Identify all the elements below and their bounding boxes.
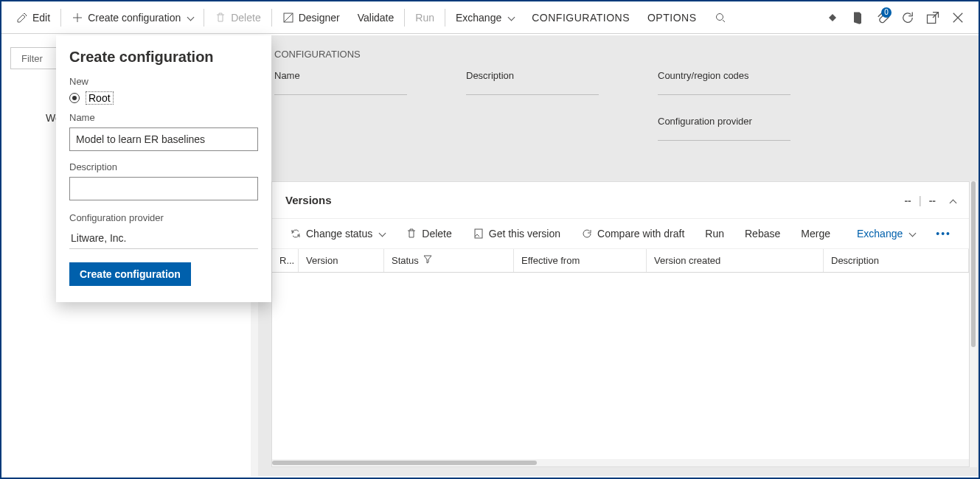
- vertical-scrollbar[interactable]: [970, 181, 977, 467]
- versions-delete-label: Delete: [422, 228, 451, 240]
- col-created[interactable]: Version created: [647, 249, 824, 272]
- col-version[interactable]: Version: [299, 249, 384, 272]
- close-icon[interactable]: [951, 10, 965, 25]
- designer-label: Designer: [299, 12, 340, 24]
- right-system-icons: 0: [825, 10, 973, 25]
- refresh-icon[interactable]: [900, 10, 915, 25]
- separator: [445, 9, 445, 27]
- chevron-down-icon: [377, 228, 385, 240]
- versions-exchange-button[interactable]: Exchange: [849, 223, 922, 244]
- filter-placeholder: Filter: [21, 53, 43, 64]
- config-fields-row: Name Description Country/region codes: [258, 67, 979, 107]
- popup-description-label: Description: [69, 161, 258, 172]
- separator: [271, 9, 272, 27]
- delete-label: Delete: [231, 12, 260, 24]
- create-config-button[interactable]: Create configuration: [63, 1, 202, 33]
- col-r[interactable]: R...: [272, 249, 299, 272]
- more-icon: •••: [936, 228, 951, 240]
- separator: [60, 9, 61, 27]
- versions-title-text: Versions: [285, 194, 332, 206]
- config-name-label: Name: [274, 70, 422, 94]
- options-tab[interactable]: OPTIONS: [639, 1, 706, 33]
- compare-draft-button[interactable]: Compare with draft: [574, 223, 692, 244]
- designer-button[interactable]: Designer: [274, 1, 349, 33]
- chevron-up-icon[interactable]: [948, 195, 956, 206]
- validate-label: Validate: [358, 12, 395, 24]
- office-icon[interactable]: [850, 10, 865, 25]
- versions-header: Versions -- | --: [272, 182, 969, 219]
- versions-delete-button[interactable]: Delete: [398, 223, 459, 244]
- separator: [404, 9, 405, 27]
- versions-run-label: Run: [705, 228, 724, 240]
- popup-provider-label: Configuration provider: [69, 212, 258, 223]
- diamond-icon[interactable]: [825, 10, 840, 25]
- merge-label: Merge: [801, 228, 830, 240]
- compare-draft-label: Compare with draft: [597, 228, 684, 240]
- exchange-label: Exchange: [456, 12, 501, 24]
- attachment-badge: 0: [881, 7, 892, 18]
- popup-root-radio[interactable]: Root: [69, 91, 258, 105]
- create-config-popup: Create configuration New Root Name Descr…: [56, 35, 271, 302]
- rebase-button[interactable]: Rebase: [737, 223, 788, 244]
- horizontal-scrollbar[interactable]: [272, 459, 969, 466]
- config-provider-field: Configuration provider: [658, 116, 805, 141]
- popup-name-input[interactable]: [69, 127, 258, 151]
- config-description-value[interactable]: [466, 94, 599, 95]
- col-status[interactable]: Status: [384, 249, 514, 272]
- versions-grid-body[interactable]: [272, 273, 969, 459]
- options-label: OPTIONS: [647, 12, 697, 24]
- edit-button[interactable]: Edit: [7, 1, 59, 33]
- popup-name-label: Name: [69, 112, 258, 123]
- svg-point-1: [716, 13, 723, 20]
- config-description-label: Description: [466, 70, 614, 94]
- popup-description-input[interactable]: [69, 177, 258, 200]
- configurations-tab[interactable]: CONFIGURATIONS: [523, 1, 639, 33]
- get-version-button[interactable]: Get this version: [465, 223, 568, 244]
- search-button[interactable]: [706, 1, 735, 33]
- exchange-button[interactable]: Exchange: [447, 1, 523, 33]
- chevron-down-icon: [907, 228, 915, 240]
- refresh-icon: [581, 228, 593, 240]
- cycle-icon: [290, 228, 302, 240]
- attachment-icon[interactable]: 0: [875, 10, 890, 25]
- config-provider-label: Configuration provider: [658, 116, 805, 140]
- change-status-button[interactable]: Change status: [282, 223, 392, 244]
- change-status-label: Change status: [306, 228, 372, 240]
- versions-dashes: --: [904, 195, 911, 206]
- command-bar: Edit Create configuration Delete Designe…: [1, 1, 979, 34]
- pencil-icon: [16, 12, 28, 24]
- popup-title: Create configuration: [69, 49, 258, 66]
- config-provider-value[interactable]: [658, 140, 790, 141]
- radio-selected-icon: [69, 93, 80, 103]
- chevron-down-icon: [185, 12, 193, 24]
- delete-button: Delete: [206, 1, 269, 33]
- config-name-value[interactable]: [274, 94, 407, 95]
- edit-label: Edit: [32, 12, 50, 24]
- versions-run-button[interactable]: Run: [698, 223, 731, 244]
- popup-new-label: New: [69, 76, 258, 87]
- rebase-label: Rebase: [745, 228, 780, 240]
- versions-exchange-label: Exchange: [857, 228, 903, 240]
- col-description[interactable]: Description: [824, 249, 969, 272]
- merge-button[interactable]: Merge: [793, 223, 838, 244]
- popout-icon[interactable]: [925, 10, 940, 25]
- search-icon: [715, 12, 726, 24]
- popup-submit-label: Create configuration: [80, 268, 181, 280]
- more-button[interactable]: •••: [928, 223, 959, 244]
- popup-submit-button[interactable]: Create configuration: [69, 262, 191, 286]
- get-version-label: Get this version: [489, 228, 560, 240]
- config-countrycodes-field: Country/region codes: [658, 70, 805, 95]
- config-countrycodes-value[interactable]: [658, 94, 790, 95]
- versions-dashes2: --: [929, 195, 936, 206]
- versions-panel: Versions -- | -- Change status: [271, 181, 970, 467]
- run-label: Run: [415, 12, 434, 24]
- trash-icon: [406, 228, 417, 240]
- validate-button[interactable]: Validate: [349, 1, 403, 33]
- configurations-label: CONFIGURATIONS: [532, 12, 630, 24]
- col-effective[interactable]: Effective from: [514, 249, 647, 272]
- chevron-down-icon: [506, 12, 514, 24]
- filter-icon: [423, 255, 432, 266]
- config-fields-row2: Configuration provider: [258, 107, 979, 153]
- plus-icon: [72, 12, 83, 24]
- svg-rect-4: [475, 229, 482, 238]
